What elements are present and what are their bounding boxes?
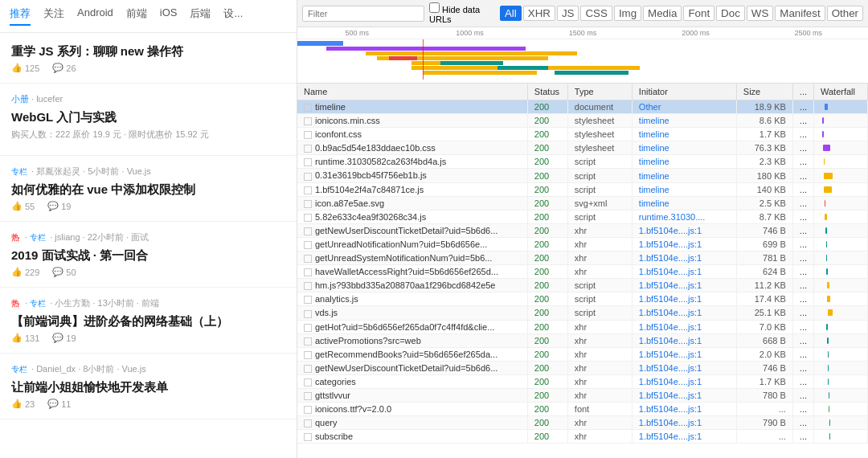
nav-前端[interactable]: 前端 xyxy=(126,6,147,26)
table-row[interactable]: getUnreadSystemNotificationNum?uid=5b6..… xyxy=(297,251,868,265)
row-initiator[interactable]: timeline xyxy=(632,196,736,210)
col-name[interactable]: Name xyxy=(297,84,527,100)
table-row[interactable]: 0.b9ac5d54e183ddaec10b.css 200 styleshee… xyxy=(297,141,868,155)
nav-关注[interactable]: 关注 xyxy=(43,6,64,26)
row-initiator[interactable]: 1.bf5104e....js:1 xyxy=(632,416,736,430)
row-waterfall xyxy=(814,128,868,141)
table-row[interactable]: query 200 xhr 1.bf5104e....js:1 790 B ..… xyxy=(297,416,868,430)
row-initiator[interactable]: 1.bf5104e....js:1 xyxy=(632,374,736,388)
row-status: 200 xyxy=(527,114,567,128)
row-initiator[interactable]: 1.bf5104e....js:1 xyxy=(632,430,736,444)
article-title[interactable]: 2019 面试实战 · 第一回合 xyxy=(11,247,285,264)
table-row[interactable]: analytics.js 200 script 1.bf5104e....js:… xyxy=(297,292,868,306)
row-initiator[interactable]: 1.bf5104e....js:1 xyxy=(632,251,736,265)
row-name: gttstlvvur xyxy=(297,388,527,402)
hide-data-urls-checkbox[interactable] xyxy=(429,2,440,13)
row-extra: ... xyxy=(792,223,813,237)
row-initiator[interactable]: 1.bf5104e....js:1 xyxy=(632,361,736,374)
table-row[interactable]: ionicons.min.css 200 stylesheet timeline… xyxy=(297,114,868,128)
nav-设计[interactable]: 设... xyxy=(223,6,243,26)
table-row[interactable]: iconfont.css 200 stylesheet timeline 1.7… xyxy=(297,128,868,141)
filter-input[interactable] xyxy=(302,6,424,22)
table-row[interactable]: gttstlvvur 200 xhr 1.bf5104e....js:1 780… xyxy=(297,388,868,402)
filter-img[interactable]: Img xyxy=(614,6,641,21)
row-initiator[interactable]: 1.bf5104e....js:1 xyxy=(632,237,736,251)
article-title[interactable]: 重学 JS 系列：聊聊 new 操作符 xyxy=(11,43,285,59)
table-row[interactable]: 0.31e3619bcb45f756eb1b.js 200 script tim… xyxy=(297,169,868,182)
row-waterfall xyxy=(814,388,868,402)
row-initiator[interactable]: runtime.31030.... xyxy=(632,210,736,223)
col-dots[interactable]: ... xyxy=(792,84,813,100)
article-meta: 热 · 专栏 · 小生方勤 · 13小时前 · 前端 xyxy=(11,297,285,309)
filter-ws[interactable]: WS xyxy=(747,6,773,21)
row-initiator[interactable]: 1.bf5104e....js:1 xyxy=(632,265,736,279)
nav-后端[interactable]: 后端 xyxy=(190,6,211,26)
table-row[interactable]: categories 200 xhr 1.bf5104e....js:1 1.7… xyxy=(297,374,868,388)
table-row[interactable]: runtime.31030582ca263f4bd4a.js 200 scrip… xyxy=(297,155,868,169)
row-initiator[interactable]: 1.bf5104e....js:1 xyxy=(632,333,736,347)
filter-manifest[interactable]: Manifest xyxy=(775,6,825,21)
filter-doc[interactable]: Doc xyxy=(716,6,745,21)
row-initiator[interactable]: 1.bf5104e....js:1 xyxy=(632,223,736,237)
table-row[interactable]: getNewUserDiscountTicketDetail?uid=5b6d6… xyxy=(297,361,868,374)
table-row[interactable]: subscribe 200 xhr 1.bf5104e....js:1 ... … xyxy=(297,430,868,444)
table-row[interactable]: vds.js 200 script 1.bf5104e....js:1 25.1… xyxy=(297,306,868,320)
row-initiator[interactable]: 1.bf5104e....js:1 xyxy=(632,279,736,292)
row-initiator[interactable]: Other xyxy=(632,100,736,114)
comment-count: 💬 26 xyxy=(52,63,76,73)
right-panel: Hide data URLs All XHR JS CSS Img Media … xyxy=(297,0,868,458)
row-initiator[interactable]: 1.bf5104e....js:1 xyxy=(632,403,736,416)
row-initiator[interactable]: timeline xyxy=(632,141,736,155)
nav-android[interactable]: Android xyxy=(77,6,113,26)
col-type[interactable]: Type xyxy=(567,84,632,100)
article-title[interactable]: 【前端词典】进阶必备的网络基础（上） xyxy=(11,313,285,329)
table-row[interactable]: hm.js?93bbd335a208870aa1f296bcd6842e5e 2… xyxy=(297,279,868,292)
row-initiator[interactable]: 1.bf5104e....js:1 xyxy=(632,292,736,306)
col-status[interactable]: Status xyxy=(527,84,567,100)
row-status: 200 xyxy=(527,361,567,374)
filter-css[interactable]: CSS xyxy=(580,6,612,21)
table-row[interactable]: icon.a87e5ae.svg 200 svg+xml timeline 2.… xyxy=(297,196,868,210)
table-row[interactable]: getNewUserDiscountTicketDetail?uid=5b6d6… xyxy=(297,223,868,237)
filter-all[interactable]: All xyxy=(500,6,522,21)
row-name: ionicons.ttf?v=2.0.0 xyxy=(297,403,527,416)
filter-other[interactable]: Other xyxy=(827,6,863,21)
table-row[interactable]: getRecommendBooks?uid=5b6d656ef265da... … xyxy=(297,347,868,361)
row-waterfall xyxy=(814,223,868,237)
filter-media[interactable]: Media xyxy=(643,6,682,21)
row-type: stylesheet xyxy=(567,114,632,128)
col-initiator[interactable]: Initiator xyxy=(632,84,736,100)
row-size: 668 B xyxy=(736,333,792,347)
row-waterfall xyxy=(814,141,868,155)
filter-js[interactable]: JS xyxy=(557,6,579,21)
table-row[interactable]: ionicons.ttf?v=2.0.0 200 font 1.bf5104e.… xyxy=(297,403,868,416)
nav-推荐[interactable]: 推荐 xyxy=(10,6,31,26)
like-count: 👍 131 xyxy=(11,333,39,343)
table-row[interactable]: getUnreadNotificationNum?uid=5b6d656e...… xyxy=(297,237,868,251)
row-initiator[interactable]: 1.bf5104e....js:1 xyxy=(632,347,736,361)
row-extra: ... xyxy=(792,128,813,141)
nav-ios[interactable]: iOS xyxy=(160,6,178,26)
article-title[interactable]: WebGL 入门与实践 xyxy=(11,108,285,125)
article-title[interactable]: 如何优雅的在 vue 中添加权限控制 xyxy=(11,181,285,198)
filter-xhr[interactable]: XHR xyxy=(523,6,555,21)
filter-font[interactable]: Font xyxy=(683,6,714,21)
row-type: xhr xyxy=(567,416,632,430)
row-initiator[interactable]: 1.bf5104e....js:1 xyxy=(632,320,736,333)
row-initiator[interactable]: 1.bf5104e....js:1 xyxy=(632,306,736,320)
row-initiator[interactable]: timeline xyxy=(632,169,736,182)
table-row[interactable]: activePromotions?src=web 200 xhr 1.bf510… xyxy=(297,333,868,347)
col-waterfall[interactable]: Waterfall xyxy=(814,84,868,100)
row-initiator[interactable]: 1.bf5104e....js:1 xyxy=(632,388,736,402)
article-title[interactable]: 让前端小姐姐愉快地开发表单 xyxy=(11,378,285,395)
col-size[interactable]: Size xyxy=(736,84,792,100)
table-row[interactable]: 1.bf5104e2f4a7c84871ce.js 200 script tim… xyxy=(297,182,868,196)
row-initiator[interactable]: timeline xyxy=(632,114,736,128)
table-row[interactable]: getHot?uid=5b6d656ef265da0f7c4ff4fd&clie… xyxy=(297,320,868,333)
table-row[interactable]: haveWalletAccessRight?uid=5b6d656ef265d.… xyxy=(297,265,868,279)
table-row[interactable]: 5.82e633c4ea9f30268c34.js 200 script run… xyxy=(297,210,868,223)
row-initiator[interactable]: timeline xyxy=(632,128,736,141)
row-initiator[interactable]: timeline xyxy=(632,182,736,196)
row-initiator[interactable]: timeline xyxy=(632,155,736,169)
table-row[interactable]: timeline 200 document Other 18.9 KB ... xyxy=(297,100,868,114)
